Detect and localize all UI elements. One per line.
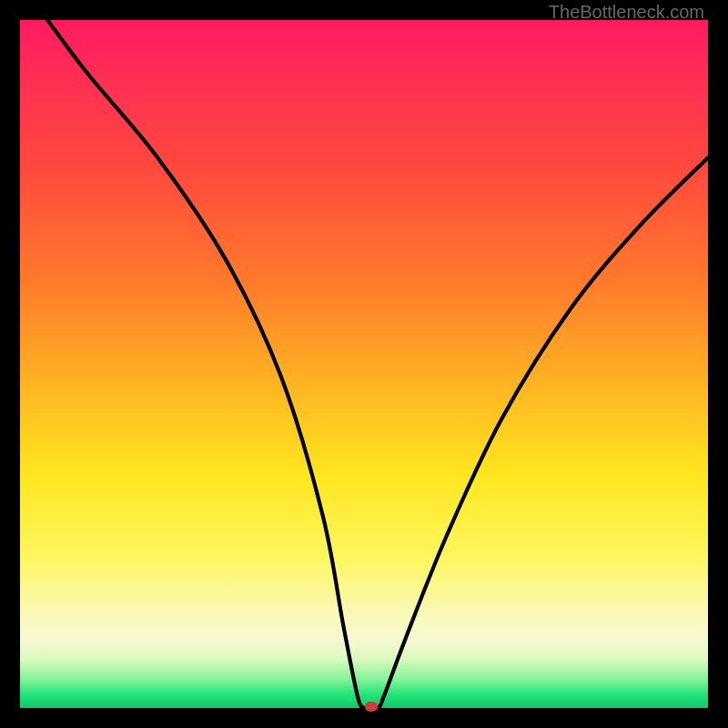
chart-frame: TheBottleneck.com bbox=[0, 0, 728, 728]
plot-area bbox=[20, 20, 708, 708]
optimal-point-marker bbox=[365, 702, 378, 712]
bottleneck-curve bbox=[20, 20, 708, 708]
